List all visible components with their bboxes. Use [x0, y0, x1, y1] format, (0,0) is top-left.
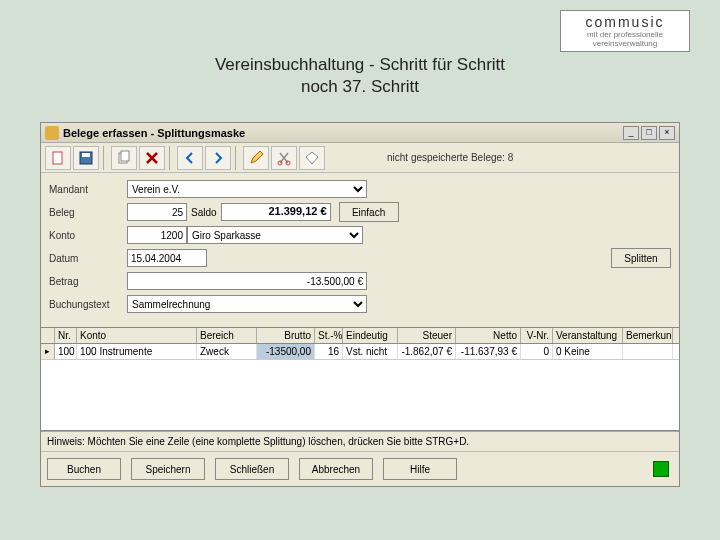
konto-label: Konto	[49, 230, 127, 241]
buchen-button[interactable]: Buchen	[47, 458, 121, 480]
form-area: Mandant Verein e.V. Beleg Saldo 21.399,1…	[41, 173, 679, 323]
buchungstext-select[interactable]: Sammelrechnung	[127, 295, 367, 313]
col-konto[interactable]: Konto	[77, 328, 197, 343]
col-brutto[interactable]: Brutto	[257, 328, 315, 343]
minimize-button[interactable]: _	[623, 126, 639, 140]
logo-sub2: vereinsverwaltung	[566, 39, 684, 48]
mandant-select[interactable]: Verein e.V.	[127, 180, 367, 198]
hilfe-button[interactable]: Hilfe	[383, 458, 457, 480]
beleg-input[interactable]	[127, 203, 187, 221]
beleg-label: Beleg	[49, 207, 127, 218]
grid-empty-area[interactable]	[41, 360, 679, 430]
col-netto[interactable]: Netto	[456, 328, 521, 343]
close-button[interactable]: ×	[659, 126, 675, 140]
status-led-icon	[653, 461, 669, 477]
table-row[interactable]: ▸ 100 100 Instrumente Zweck -13500,00 16…	[41, 344, 679, 360]
window-title: Belege erfassen - Splittungsmaske	[63, 127, 623, 139]
buchungstext-label: Buchungstext	[49, 299, 127, 310]
betrag-label: Betrag	[49, 276, 127, 287]
svg-rect-4	[121, 151, 129, 161]
hint-text: Hinweis: Möchten Sie eine Zeile (eine ko…	[41, 431, 679, 451]
logo-sub1: mit der professionelle	[566, 30, 684, 39]
splitten-button[interactable]: Splitten	[611, 248, 671, 268]
konto-input[interactable]	[127, 226, 187, 244]
brand-logo: commusic mit der professionelle vereinsv…	[560, 10, 690, 52]
speichern-button[interactable]: Speichern	[131, 458, 205, 480]
mandant-label: Mandant	[49, 184, 127, 195]
schliessen-button[interactable]: Schließen	[215, 458, 289, 480]
svg-rect-0	[53, 152, 62, 164]
cut-icon[interactable]	[271, 146, 297, 170]
toolbar: nicht gespeicherte Belege: 8	[41, 143, 679, 173]
abbrechen-button[interactable]: Abbrechen	[299, 458, 373, 480]
saldo-value: 21.399,12 €	[221, 203, 331, 221]
saldo-label: Saldo	[191, 207, 217, 218]
col-veranstaltung[interactable]: Veranstaltung	[553, 328, 623, 343]
edit-icon[interactable]	[243, 146, 269, 170]
footer-bar: Buchen Speichern Schließen Abbrechen Hil…	[41, 451, 679, 486]
first-icon[interactable]	[177, 146, 203, 170]
save-icon[interactable]	[73, 146, 99, 170]
app-icon	[45, 126, 59, 140]
col-eindeutig[interactable]: Eindeutig	[343, 328, 398, 343]
split-grid: Nr. Konto Bereich Brutto St.-% Eindeutig…	[41, 327, 679, 431]
logo-title: commusic	[566, 14, 684, 30]
new-icon[interactable]	[45, 146, 71, 170]
grid-header: Nr. Konto Bereich Brutto St.-% Eindeutig…	[41, 328, 679, 344]
last-icon[interactable]	[205, 146, 231, 170]
copy-icon[interactable]	[111, 146, 137, 170]
col-steuer[interactable]: Steuer	[398, 328, 456, 343]
svg-rect-2	[82, 153, 90, 157]
tag-icon[interactable]	[299, 146, 325, 170]
col-st[interactable]: St.-%	[315, 328, 343, 343]
maximize-button[interactable]: □	[641, 126, 657, 140]
titlebar: Belege erfassen - Splittungsmaske _ □ ×	[41, 123, 679, 143]
datum-label: Datum	[49, 253, 127, 264]
betrag-input[interactable]	[127, 272, 367, 290]
konto-name-select[interactable]: Giro Sparkasse	[187, 226, 363, 244]
app-window: Belege erfassen - Splittungsmaske _ □ × …	[40, 122, 680, 487]
unsaved-status: nicht gespeicherte Belege: 8	[387, 152, 513, 163]
col-nr[interactable]: Nr.	[55, 328, 77, 343]
col-vnr[interactable]: V-Nr.	[521, 328, 553, 343]
row-marker-icon: ▸	[41, 344, 55, 359]
col-bereich[interactable]: Bereich	[197, 328, 257, 343]
page-subtitle: noch 37. Schritt	[0, 77, 720, 97]
col-bemerkung[interactable]: Bemerkung	[623, 328, 673, 343]
brutto-cell-selected[interactable]: -13500,00	[257, 344, 315, 359]
delete-icon[interactable]	[139, 146, 165, 170]
datum-input[interactable]	[127, 249, 207, 267]
einfach-button[interactable]: Einfach	[339, 202, 399, 222]
